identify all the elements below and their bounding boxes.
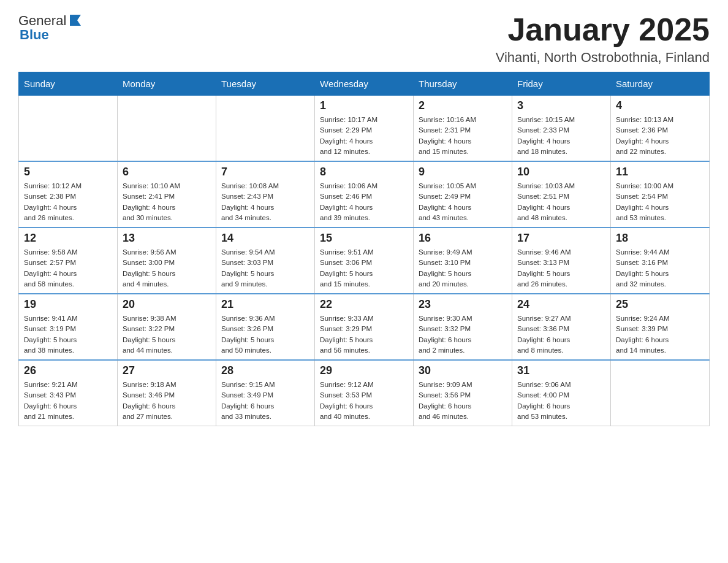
table-row: 12Sunrise: 9:58 AMSunset: 2:57 PMDayligh…: [19, 228, 118, 294]
day-info: Sunrise: 9:27 AMSunset: 3:36 PMDaylight:…: [517, 313, 605, 356]
day-info: Sunrise: 10:03 AMSunset: 2:51 PMDaylight…: [517, 181, 605, 223]
day-number: 20: [123, 298, 211, 311]
weekday-sunday: Sunday: [19, 72, 118, 96]
table-row: 14Sunrise: 9:54 AMSunset: 3:03 PMDayligh…: [216, 228, 315, 294]
day-number: 28: [221, 364, 309, 377]
day-number: 21: [221, 298, 309, 311]
day-number: 22: [320, 298, 408, 311]
day-number: 16: [419, 232, 507, 245]
table-row: 21Sunrise: 9:36 AMSunset: 3:26 PMDayligh…: [216, 294, 315, 360]
day-number: 18: [616, 232, 704, 245]
day-info: Sunrise: 10:08 AMSunset: 2:43 PMDaylight…: [221, 181, 309, 223]
day-number: 23: [419, 298, 507, 311]
day-number: 31: [517, 364, 605, 377]
logo-flag-icon: [69, 13, 82, 27]
day-number: 1: [320, 99, 408, 112]
table-row: 19Sunrise: 9:41 AMSunset: 3:19 PMDayligh…: [19, 294, 118, 360]
table-row: 27Sunrise: 9:18 AMSunset: 3:46 PMDayligh…: [118, 360, 216, 426]
table-row: 2Sunrise: 10:16 AMSunset: 2:31 PMDayligh…: [414, 96, 512, 162]
weekday-tuesday: Tuesday: [216, 72, 315, 96]
table-row: 23Sunrise: 9:30 AMSunset: 3:32 PMDayligh…: [414, 294, 512, 360]
day-info: Sunrise: 10:16 AMSunset: 2:31 PMDaylight…: [419, 115, 507, 157]
logo-blue: Blue: [20, 27, 49, 43]
location-title: Vihanti, North Ostrobothnia, Finland: [496, 50, 710, 66]
table-row: 31Sunrise: 9:06 AMSunset: 4:00 PMDayligh…: [512, 360, 611, 426]
table-row: 11Sunrise: 10:00 AMSunset: 2:54 PMDaylig…: [611, 161, 710, 228]
day-number: 15: [320, 232, 408, 245]
day-info: Sunrise: 9:49 AMSunset: 3:10 PMDaylight:…: [419, 247, 507, 289]
day-number: 5: [24, 166, 112, 178]
day-number: 26: [24, 364, 112, 377]
table-row: [118, 96, 216, 162]
week-row-4: 19Sunrise: 9:41 AMSunset: 3:19 PMDayligh…: [19, 294, 710, 360]
weekday-monday: Monday: [118, 72, 216, 96]
weekday-wednesday: Wednesday: [315, 72, 414, 96]
weekday-header-row: SundayMondayTuesdayWednesdayThursdayFrid…: [19, 72, 710, 96]
day-number: 25: [616, 298, 704, 311]
day-info: Sunrise: 10:13 AMSunset: 2:36 PMDaylight…: [616, 115, 704, 157]
table-row: 4Sunrise: 10:13 AMSunset: 2:36 PMDayligh…: [611, 96, 710, 162]
day-info: Sunrise: 9:36 AMSunset: 3:26 PMDaylight:…: [221, 313, 309, 356]
day-number: 14: [221, 232, 309, 245]
day-number: 17: [517, 232, 605, 245]
table-row: 24Sunrise: 9:27 AMSunset: 3:36 PMDayligh…: [512, 294, 611, 360]
day-info: Sunrise: 10:10 AMSunset: 2:41 PMDaylight…: [123, 181, 211, 223]
day-info: Sunrise: 9:15 AMSunset: 3:49 PMDaylight:…: [221, 380, 309, 422]
day-info: Sunrise: 9:54 AMSunset: 3:03 PMDaylight:…: [221, 247, 309, 289]
day-info: Sunrise: 9:38 AMSunset: 3:22 PMDaylight:…: [123, 313, 211, 356]
day-number: 30: [419, 364, 507, 377]
table-row: 1Sunrise: 10:17 AMSunset: 2:29 PMDayligh…: [315, 96, 414, 162]
day-info: Sunrise: 10:12 AMSunset: 2:38 PMDaylight…: [24, 181, 112, 223]
table-row: 30Sunrise: 9:09 AMSunset: 3:56 PMDayligh…: [414, 360, 512, 426]
table-row: 20Sunrise: 9:38 AMSunset: 3:22 PMDayligh…: [118, 294, 216, 360]
logo: General Blue: [18, 12, 82, 43]
day-info: Sunrise: 10:06 AMSunset: 2:46 PMDaylight…: [320, 181, 408, 223]
day-info: Sunrise: 9:30 AMSunset: 3:32 PMDaylight:…: [419, 313, 507, 356]
table-row: 16Sunrise: 9:49 AMSunset: 3:10 PMDayligh…: [414, 228, 512, 294]
week-row-3: 12Sunrise: 9:58 AMSunset: 2:57 PMDayligh…: [19, 228, 710, 294]
day-info: Sunrise: 10:05 AMSunset: 2:49 PMDaylight…: [419, 181, 507, 223]
weekday-thursday: Thursday: [414, 72, 512, 96]
month-title: January 2025: [496, 12, 710, 47]
day-number: 10: [517, 166, 605, 178]
table-row: 25Sunrise: 9:24 AMSunset: 3:39 PMDayligh…: [611, 294, 710, 360]
day-info: Sunrise: 10:15 AMSunset: 2:33 PMDaylight…: [517, 115, 605, 157]
table-row: [19, 96, 118, 162]
table-row: 3Sunrise: 10:15 AMSunset: 2:33 PMDayligh…: [512, 96, 611, 162]
day-info: Sunrise: 9:41 AMSunset: 3:19 PMDaylight:…: [24, 313, 112, 356]
table-row: 7Sunrise: 10:08 AMSunset: 2:43 PMDayligh…: [216, 161, 315, 228]
day-number: 6: [123, 166, 211, 178]
table-row: 28Sunrise: 9:15 AMSunset: 3:49 PMDayligh…: [216, 360, 315, 426]
table-row: 6Sunrise: 10:10 AMSunset: 2:41 PMDayligh…: [118, 161, 216, 228]
day-number: 4: [616, 99, 704, 112]
day-number: 12: [24, 232, 112, 245]
table-row: 8Sunrise: 10:06 AMSunset: 2:46 PMDayligh…: [315, 161, 414, 228]
title-block: January 2025 Vihanti, North Ostrobothnia…: [496, 12, 710, 66]
day-number: 27: [123, 364, 211, 377]
weekday-saturday: Saturday: [611, 72, 710, 96]
day-number: 2: [419, 99, 507, 112]
week-row-1: 1Sunrise: 10:17 AMSunset: 2:29 PMDayligh…: [19, 96, 710, 162]
table-row: 9Sunrise: 10:05 AMSunset: 2:49 PMDayligh…: [414, 161, 512, 228]
day-number: 8: [320, 166, 408, 178]
day-number: 9: [419, 166, 507, 178]
day-number: 11: [616, 166, 704, 178]
day-number: 19: [24, 298, 112, 311]
table-row: 17Sunrise: 9:46 AMSunset: 3:13 PMDayligh…: [512, 228, 611, 294]
day-info: Sunrise: 9:33 AMSunset: 3:29 PMDaylight:…: [320, 313, 408, 356]
day-info: Sunrise: 9:12 AMSunset: 3:53 PMDaylight:…: [320, 380, 408, 422]
page-header: General Blue January 2025 Vihanti, North…: [18, 12, 710, 66]
day-info: Sunrise: 9:56 AMSunset: 3:00 PMDaylight:…: [123, 247, 211, 289]
table-row: [611, 360, 710, 426]
day-info: Sunrise: 9:06 AMSunset: 4:00 PMDaylight:…: [517, 380, 605, 422]
day-info: Sunrise: 10:00 AMSunset: 2:54 PMDaylight…: [616, 181, 704, 223]
day-info: Sunrise: 9:18 AMSunset: 3:46 PMDaylight:…: [123, 380, 211, 422]
day-info: Sunrise: 9:44 AMSunset: 3:16 PMDaylight:…: [616, 247, 704, 289]
day-number: 3: [517, 99, 605, 112]
day-number: 24: [517, 298, 605, 311]
day-number: 29: [320, 364, 408, 377]
day-info: Sunrise: 9:24 AMSunset: 3:39 PMDaylight:…: [616, 313, 704, 356]
day-info: Sunrise: 9:21 AMSunset: 3:43 PMDaylight:…: [24, 380, 112, 422]
svg-marker-0: [70, 15, 81, 26]
week-row-5: 26Sunrise: 9:21 AMSunset: 3:43 PMDayligh…: [19, 360, 710, 426]
